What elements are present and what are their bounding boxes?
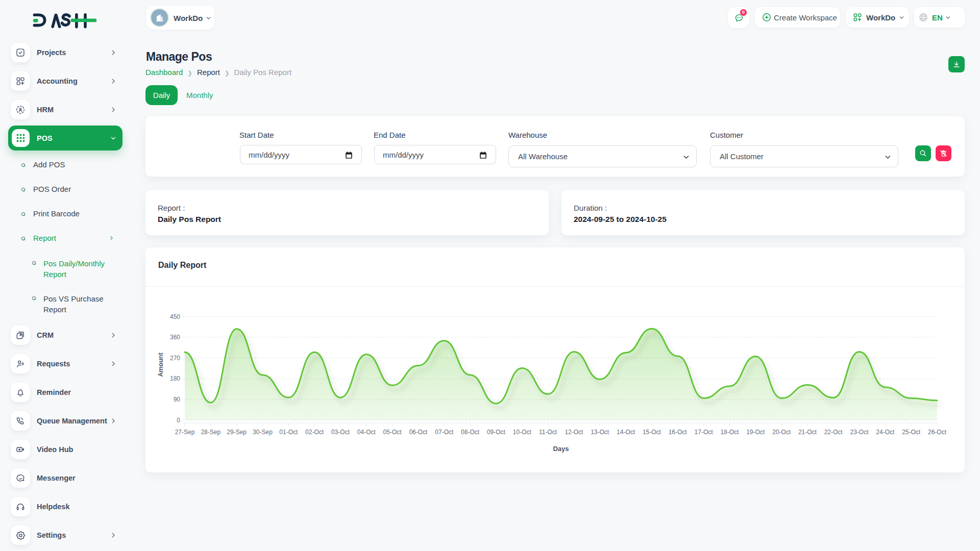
svg-text:28-Sep: 28-Sep: [201, 429, 220, 436]
svg-text:08-Oct: 08-Oct: [461, 429, 480, 436]
svg-text:27-Sep: 27-Sep: [175, 429, 195, 436]
svg-text:01-Oct: 01-Oct: [279, 429, 298, 436]
svg-text:09-Oct: 09-Oct: [487, 429, 506, 436]
svg-text:450: 450: [170, 313, 180, 320]
svg-text:16-Oct: 16-Oct: [669, 429, 688, 436]
svg-text:02-Oct: 02-Oct: [305, 429, 324, 436]
svg-text:23-Oct: 23-Oct: [850, 429, 869, 436]
svg-text:26-Oct: 26-Oct: [928, 429, 947, 436]
svg-text:03-Oct: 03-Oct: [331, 429, 350, 436]
svg-text:19-Oct: 19-Oct: [746, 429, 765, 436]
svg-text:04-Oct: 04-Oct: [357, 429, 376, 436]
svg-text:06-Oct: 06-Oct: [409, 429, 428, 436]
svg-text:20-Oct: 20-Oct: [772, 429, 791, 436]
svg-text:14-Oct: 14-Oct: [617, 429, 635, 436]
svg-text:13-Oct: 13-Oct: [591, 429, 609, 436]
svg-text:360: 360: [170, 334, 180, 341]
svg-text:Days: Days: [553, 445, 569, 453]
svg-text:29-Sep: 29-Sep: [227, 429, 247, 436]
svg-text:30-Sep: 30-Sep: [253, 429, 273, 436]
svg-text:07-Oct: 07-Oct: [435, 429, 454, 436]
svg-text:24-Oct: 24-Oct: [876, 429, 895, 436]
svg-text:15-Oct: 15-Oct: [643, 429, 662, 436]
svg-text:22-Oct: 22-Oct: [824, 429, 843, 436]
svg-text:05-Oct: 05-Oct: [383, 429, 402, 436]
svg-text:10-Oct: 10-Oct: [513, 429, 532, 436]
svg-text:90: 90: [174, 396, 181, 403]
svg-text:0: 0: [177, 417, 180, 424]
svg-text:270: 270: [170, 355, 180, 362]
svg-text:17-Oct: 17-Oct: [695, 429, 714, 436]
svg-text:Amount: Amount: [157, 353, 164, 377]
svg-text:12-Oct: 12-Oct: [565, 429, 583, 436]
svg-text:11-Oct: 11-Oct: [539, 429, 557, 436]
svg-text:18-Oct: 18-Oct: [720, 429, 739, 436]
svg-text:21-Oct: 21-Oct: [798, 429, 817, 436]
svg-text:180: 180: [170, 375, 180, 382]
svg-text:25-Oct: 25-Oct: [902, 429, 921, 436]
